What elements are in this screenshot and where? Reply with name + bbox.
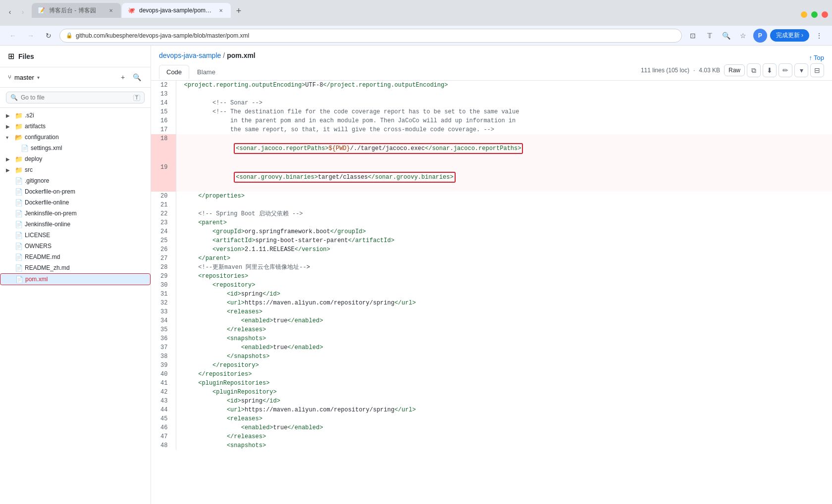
line-content-43: <id>spring</id> — [176, 397, 832, 405]
line-number-14: 14 — [151, 99, 176, 107]
tree-item-src[interactable]: ▶ 📁 src — [0, 164, 151, 175]
forward-button[interactable]: → — [24, 29, 38, 43]
code-line-47: 47 </releases> — [151, 432, 832, 441]
tab-1-close[interactable]: ✕ — [107, 6, 115, 14]
back-button[interactable]: ← — [6, 29, 20, 43]
edit-button[interactable]: ✏ — [779, 63, 792, 77]
top-button[interactable]: ↑ Top — [809, 54, 824, 61]
tab-blame[interactable]: Blame — [190, 65, 222, 79]
maximize-button[interactable] — [811, 11, 818, 18]
download-button[interactable]: ⬇ — [763, 63, 777, 77]
line-content-21 — [176, 201, 832, 209]
tree-item-s2i[interactable]: ▶ 📁 .s2i — [0, 110, 151, 121]
zoom-icon[interactable]: 🔍 — [720, 29, 733, 43]
profile-avatar[interactable]: P — [753, 29, 767, 43]
history-forward-icon[interactable]: › — [17, 6, 29, 18]
line-number-22: 22 — [151, 209, 176, 218]
code-area[interactable]: 12 <project.reporting.outputEncoding>UTF… — [151, 81, 832, 504]
line-number-32: 32 — [151, 299, 176, 307]
file-icon: 📄 — [21, 144, 29, 152]
copy-raw-button[interactable]: ⧉ — [747, 63, 761, 77]
code-line-22: 22 <!-- Spring Boot 启动父依赖 --> — [151, 209, 832, 218]
tree-item-settings-xml[interactable]: 📄 settings.xml — [0, 143, 151, 153]
tab-2-title: devops-java-sample/pom.x... — [139, 7, 213, 14]
line-content-26: <version>2.1.11.RELEASE</version> — [176, 245, 832, 254]
line-content-35: </releases> — [176, 325, 832, 334]
code-line-27: 27 </parent> — [151, 254, 832, 263]
tree-item-dockerfile-prem[interactable]: 📄 Dockerfile-on-prem — [0, 186, 151, 197]
tab-1[interactable]: 📝 博客后台 - 博客园 ✕ — [32, 3, 121, 18]
add-file-button[interactable]: + — [117, 71, 129, 83]
line-content-18: <sonar.jacoco.reportPaths>${PWD}/./targe… — [176, 134, 832, 163]
tree-item-pom-xml[interactable]: 📄 pom.xml — [0, 273, 151, 285]
folder-icon: 📁 — [15, 155, 23, 163]
url-bar[interactable]: 🔒 github.com/kubesphere/devops-java-samp… — [59, 29, 682, 43]
file-icon: 📄 — [15, 188, 23, 196]
tree-item-deploy[interactable]: ▶ 📁 deploy — [0, 153, 151, 164]
tree-item-readme-zh[interactable]: 📄 README_zh.md — [0, 262, 151, 273]
tree-item-readme-label: README.md — [25, 253, 60, 260]
tree-item-dockerfile-online-label: Dockerfile-online — [25, 199, 69, 206]
branch-selector[interactable]: ⑂ master ▾ + 🔍 — [0, 67, 151, 88]
nav-bar: ← → ↻ 🔒 github.com/kubesphere/devops-jav… — [0, 26, 832, 46]
line-content-38: </snapshots> — [176, 352, 832, 361]
split-view-button[interactable]: ⊟ — [810, 63, 824, 77]
tree-item-jenkinsfile-prem[interactable]: 📄 Jenkinsfile-on-prem — [0, 208, 151, 219]
sidebar-title: Files — [18, 52, 34, 60]
menu-icon[interactable]: ⋮ — [812, 29, 826, 43]
tree-item-owners[interactable]: 📄 OWNERS — [0, 241, 151, 252]
line-number-46: 46 — [151, 423, 176, 432]
search-file-button[interactable]: 🔍 — [131, 71, 143, 83]
tree-item-dockerfile-online[interactable]: 📄 Dockerfile-online — [0, 197, 151, 208]
more-options-button[interactable]: ▾ — [794, 63, 808, 77]
chevron-down-icon: ▾ — [6, 135, 13, 140]
breadcrumb-repo-link[interactable]: devops-java-sample — [159, 51, 221, 59]
tree-item-s2i-label: .s2i — [25, 112, 34, 119]
bookmark-icon[interactable]: ☆ — [736, 29, 750, 43]
close-button[interactable] — [822, 11, 828, 18]
folder-icon: 📁 — [15, 122, 23, 130]
search-container[interactable]: 🔍 T — [6, 92, 145, 103]
chevron-right-icon: ▶ — [6, 113, 13, 118]
line-content-25: <artifactId>spring-boot-starter-parent</… — [176, 236, 832, 245]
file-icon: 📄 — [15, 253, 23, 261]
files-panel-icon: ⊞ — [8, 51, 14, 61]
file-icon: 📄 — [15, 231, 23, 239]
new-tab-button[interactable]: + — [232, 4, 246, 18]
line-number-25: 25 — [151, 236, 176, 245]
history-back-icon[interactable]: ‹ — [4, 6, 16, 18]
raw-button[interactable]: Raw — [724, 64, 745, 76]
minimize-button[interactable] — [801, 11, 807, 18]
top-arrow-icon: ↑ — [809, 54, 813, 61]
tab-code[interactable]: Code — [159, 65, 189, 79]
tree-item-gitignore[interactable]: 📄 .gitignore — [0, 175, 151, 186]
line-content-15: <!-- The destination file for the code c… — [176, 107, 832, 116]
line-content-20: </properties> — [176, 192, 832, 201]
file-icon: 📄 — [15, 220, 23, 228]
line-number-15: 15 — [151, 107, 176, 116]
code-line-20: 20 </properties> — [151, 192, 832, 201]
file-search-bar: 🔍 T — [0, 88, 151, 108]
tree-item-license[interactable]: 📄 LICENSE — [0, 230, 151, 241]
cast-icon[interactable]: ⊡ — [686, 29, 700, 43]
update-button[interactable]: 完成更新 › — [770, 29, 809, 42]
line-number-40: 40 — [151, 370, 176, 379]
reload-button[interactable]: ↻ — [42, 29, 55, 43]
code-line-39: 39 </repository> — [151, 361, 832, 370]
line-content-47: </releases> — [176, 432, 832, 441]
line-content-42: <pluginRepository> — [176, 388, 832, 397]
search-input[interactable] — [21, 94, 130, 101]
line-number-35: 35 — [151, 325, 176, 334]
tab-2-close[interactable]: ✕ — [217, 6, 225, 14]
folder-icon: 📁 — [15, 111, 23, 119]
translate-icon[interactable]: 𝕋 — [703, 29, 717, 43]
tree-item-jenkinsfile-online[interactable]: 📄 Jenkinsfile-online — [0, 219, 151, 230]
tree-item-configuration-label: configuration — [25, 134, 59, 141]
line-number-23: 23 — [151, 218, 176, 227]
file-icon: 📄 — [15, 264, 23, 272]
tree-item-configuration[interactable]: ▾ 📂 configuration — [0, 132, 151, 143]
tab-2[interactable]: 🐙 devops-java-sample/pom.x... ✕ — [122, 3, 231, 18]
line-number-30: 30 — [151, 281, 176, 290]
tree-item-artifacts[interactable]: ▶ 📁 artifacts — [0, 121, 151, 132]
tree-item-readme[interactable]: 📄 README.md — [0, 252, 151, 262]
